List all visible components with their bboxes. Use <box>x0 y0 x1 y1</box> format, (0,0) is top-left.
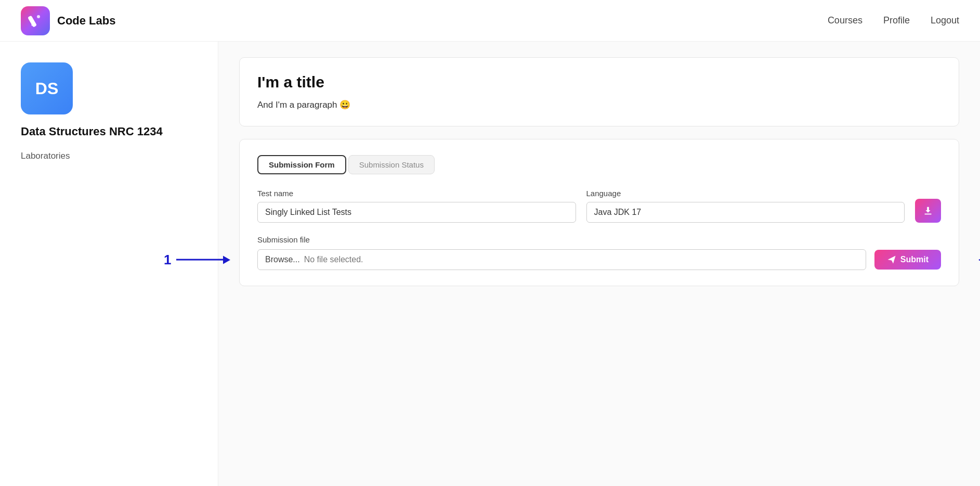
file-input-display[interactable]: Browse... No file selected. <box>257 249 866 270</box>
submit-button-label: Submit <box>900 255 929 264</box>
info-card: I'm a title And I'm a paragraph 😀 <box>239 57 959 126</box>
form-row-top: Test name Language <box>257 189 941 223</box>
submit-button[interactable]: Submit <box>874 250 941 270</box>
annotation-arrow-2: 2 <box>978 252 980 268</box>
avatar: DS <box>21 62 73 114</box>
info-card-title: I'm a title <box>257 73 941 91</box>
test-name-label: Test name <box>257 189 576 198</box>
svg-point-1 <box>37 15 40 18</box>
tab-submission-form[interactable]: Submission Form <box>257 155 346 174</box>
layout: DS Data Structures NRC 1234 Laboratories… <box>0 42 980 486</box>
sidebar-section-label: Laboratories <box>21 151 197 161</box>
language-label: Language <box>586 189 905 198</box>
nav-courses[interactable]: Courses <box>828 15 863 26</box>
navbar: Code Labs Courses Profile Logout <box>0 0 980 42</box>
course-title: Data Structures NRC 1234 <box>21 125 197 138</box>
logo-icon <box>21 6 50 35</box>
arrow-head-1 <box>223 255 230 264</box>
no-file-text: No file selected. <box>304 255 363 264</box>
download-icon <box>922 205 934 216</box>
test-name-input[interactable] <box>257 202 576 223</box>
tabs: Submission Form Submission Status <box>257 155 941 174</box>
submission-card: Submission Form Submission Status Test n… <box>239 139 959 286</box>
download-button[interactable] <box>915 199 941 223</box>
browse-text: Browse... <box>265 255 300 264</box>
arrow-head-left-2 <box>978 255 980 264</box>
language-group: Language <box>586 189 905 223</box>
nav-logout[interactable]: Logout <box>931 15 959 26</box>
navbar-links: Courses Profile Logout <box>828 15 959 26</box>
submission-file-section: Submission file 1 Browse... No file sele <box>257 235 941 270</box>
sidebar: DS Data Structures NRC 1234 Laboratories <box>0 42 218 486</box>
brand: Code Labs <box>21 6 828 35</box>
main-content: I'm a title And I'm a paragraph 😀 Submis… <box>218 42 980 486</box>
file-row: 1 Browse... No file selected. <box>257 249 941 270</box>
info-card-paragraph: And I'm a paragraph 😀 <box>257 99 941 110</box>
submission-file-label: Submission file <box>257 235 941 244</box>
arrow-line-2 <box>978 255 980 264</box>
test-name-group: Test name <box>257 189 576 223</box>
nav-profile[interactable]: Profile <box>883 15 910 26</box>
brand-name: Code Labs <box>57 14 115 28</box>
submit-icon <box>887 255 896 264</box>
language-input[interactable] <box>586 202 905 223</box>
svg-point-2 <box>31 24 33 26</box>
tab-submission-status[interactable]: Submission Status <box>348 155 435 174</box>
